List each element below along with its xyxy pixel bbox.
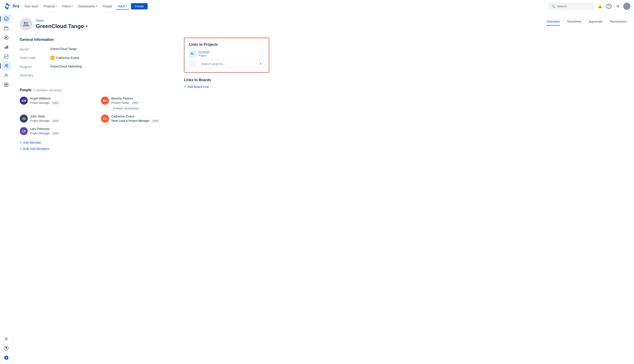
info-row-name: Name* GreenCloud Tango (20, 47, 177, 51)
nav-dashboards[interactable]: Dashboards ▾ (76, 3, 99, 10)
person-card-angel: AW Angel Williams Project Manager 100% (20, 96, 96, 110)
sidebar-icon-grid[interactable] (2, 80, 11, 89)
nav-your-work[interactable]: Your work (22, 3, 40, 10)
nav-apps[interactable]: Apps ▾ (116, 3, 129, 10)
project-cloud-name[interactable]: CLOUD (198, 50, 209, 54)
sidebar-icon-nav2[interactable] (2, 33, 11, 42)
svg-rect-12 (5, 85, 6, 86)
divider (20, 82, 177, 83)
svg-rect-4 (6, 46, 7, 49)
check-circle-icon (4, 16, 9, 21)
svg-point-18 (24, 22, 26, 24)
people-section: People 5 members (all active) AW Angel W… (20, 88, 177, 151)
project-search-placeholder (189, 60, 196, 68)
person-card-lars: LP Lars Petersen Project Manager 100% (20, 127, 96, 135)
main-content: Teams GreenCloud Tango ▾ Overview Timesh… (13, 12, 634, 364)
svg-point-8 (7, 64, 8, 66)
avatar-angel: AW (20, 96, 28, 105)
help-button[interactable]: ? (605, 3, 612, 10)
project-cloud-type: Project (198, 54, 209, 57)
page-header: Teams GreenCloud Tango ▾ Overview Timesh… (20, 18, 627, 30)
filters-chevron-icon: ▾ (72, 5, 73, 8)
links-to-projects-title: Links to Projects (189, 42, 264, 46)
notifications-button[interactable]: 🔔 (596, 3, 603, 10)
people-icon (4, 64, 9, 68)
team-avatar-icon (22, 20, 30, 28)
person-card-catherine: CE Catherine Evans Team Lead & Project M… (101, 114, 177, 122)
line-chart-icon (4, 54, 9, 59)
search-input[interactable] (557, 4, 591, 8)
lead-avatar: CE (50, 56, 55, 60)
sidebar-icon-settings[interactable] (2, 334, 11, 344)
page-title-chevron-icon[interactable]: ▾ (86, 24, 88, 28)
tab-approvals[interactable]: Approvals (588, 18, 602, 26)
tab-overview[interactable]: Overview (546, 18, 559, 26)
user-avatar[interactable] (623, 3, 630, 10)
apps-chevron-icon: ▾ (126, 5, 127, 7)
svg-rect-10 (5, 83, 6, 84)
project-search-row: Search projects... ▾ (189, 60, 264, 68)
sidebar-icon-chart-line[interactable] (2, 52, 11, 61)
explore-icon (4, 356, 9, 360)
search-icon: 🔍 (551, 4, 555, 8)
cloud-icon (190, 52, 195, 56)
svg-rect-6 (5, 55, 8, 58)
general-info-title: General Information (20, 38, 177, 42)
joining-badge-beverly: JOINING: 04/JUN/2020 (111, 106, 140, 110)
nav-icons: 🔔 ? ⚙ (596, 3, 630, 10)
people-section-header: People 5 members (all active) (20, 88, 177, 92)
sidebar-icon-calendar[interactable] (2, 24, 11, 33)
help-circle-icon (4, 346, 9, 350)
left-sidebar (0, 12, 13, 364)
bar-chart-icon (4, 45, 9, 49)
nav-filters[interactable]: Filters ▾ (60, 3, 75, 10)
user-icon (4, 73, 9, 78)
breadcrumb[interactable]: Teams (36, 19, 88, 22)
add-board-plus-icon: + (184, 85, 186, 89)
general-info-section: General Information Name* GreenCloud Tan… (20, 38, 177, 77)
project-cloud-icon (189, 50, 196, 58)
page-header-left: Teams GreenCloud Tango ▾ (20, 18, 88, 30)
sidebar-icon-help[interactable] (2, 344, 11, 353)
create-button[interactable]: Create (131, 3, 148, 10)
settings-button[interactable]: ⚙ (614, 3, 621, 10)
tab-timesheet[interactable]: Timesheet (567, 18, 581, 26)
nav-people[interactable]: People (100, 3, 115, 10)
sidebar-icon-chart-bar[interactable] (2, 42, 11, 52)
tab-permissions[interactable]: Permissions (610, 18, 627, 26)
page-title: GreenCloud Tango ▾ (36, 23, 88, 29)
nav-projects[interactable]: Projects ▾ (41, 3, 59, 10)
sidebar-icon-people[interactable] (2, 62, 11, 70)
project-search-chevron-icon: ▾ (260, 62, 261, 66)
projects-chevron-icon: ▾ (56, 5, 57, 8)
project-search-input[interactable]: Search projects... ▾ (198, 60, 264, 68)
sidebar-icon-home[interactable] (2, 14, 11, 23)
bell-icon: 🔔 (598, 4, 602, 8)
add-member-link[interactable]: + Add Member (20, 140, 177, 144)
people-grid: AW Angel Williams Project Manager 100% (20, 96, 177, 135)
plus-icon: + (20, 140, 22, 144)
links-to-boards-title: Links to Boards (184, 78, 269, 82)
links-to-boards-section: Links to Boards + Add Board Link (184, 78, 269, 89)
logo-text: Jira (12, 4, 19, 8)
add-board-link[interactable]: + Add Board Link (184, 85, 269, 89)
svg-rect-11 (7, 83, 8, 84)
avatar-catherine: CE (101, 114, 109, 122)
svg-point-7 (5, 64, 7, 66)
project-item-cloud: CLOUD Project (189, 50, 264, 58)
avatar-beverly: BP (101, 96, 109, 105)
svg-rect-13 (7, 85, 8, 86)
bulk-add-link[interactable]: + Bulk Add Members (20, 147, 177, 151)
search-box[interactable]: 🔍 (548, 3, 594, 10)
avatar-lars: LP (20, 127, 28, 135)
top-nav: Jira Your work Projects ▾ Filters ▾ Dash… (0, 0, 634, 12)
sidebar-icon-user[interactable] (2, 71, 11, 80)
person-card-beverly: BP Beverly Perkins Product Owner 100% JO… (101, 96, 177, 110)
info-row-summary: Summary (20, 73, 177, 77)
logo[interactable]: Jira (4, 3, 19, 10)
svg-rect-3 (5, 47, 6, 49)
svg-point-14 (6, 338, 7, 340)
fast-forward-icon (4, 36, 9, 40)
gear-icon (4, 337, 9, 341)
sidebar-icon-explore[interactable] (2, 353, 11, 362)
